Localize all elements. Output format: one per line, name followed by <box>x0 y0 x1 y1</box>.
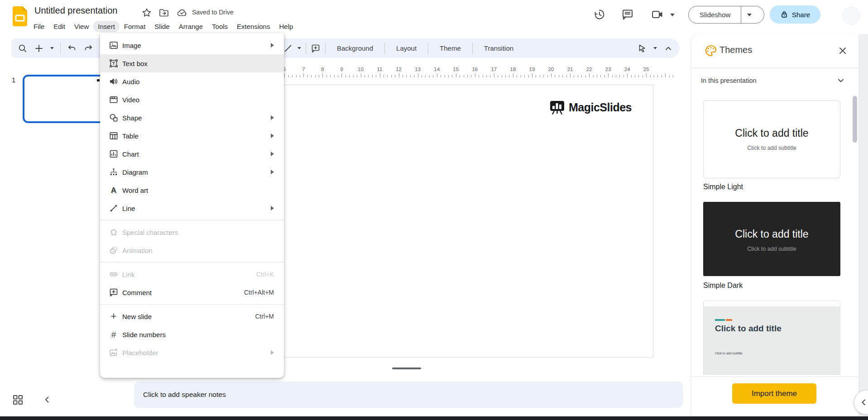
theme-card-top-strip <box>704 301 840 306</box>
menu-item-comment[interactable]: Comment Ctrl+Alt+M <box>100 283 284 301</box>
menu-item-new-slide[interactable]: + New slide Ctrl+M <box>100 307 284 325</box>
insert-menu: Image Text box Audio <box>100 33 284 378</box>
menu-item-table[interactable]: Table <box>100 127 284 145</box>
diagram-icon <box>109 167 119 177</box>
panel-gutter <box>858 34 868 416</box>
menu-divider <box>100 220 284 220</box>
menu-file[interactable]: File <box>29 21 49 32</box>
word-art-icon: A <box>109 185 119 195</box>
cloud-saved-icon <box>177 7 187 18</box>
share-button[interactable]: Share <box>770 5 820 24</box>
themes-panel-title: Themes <box>719 45 752 55</box>
omega-icon: Ω <box>109 227 119 237</box>
theme-button[interactable]: Theme <box>433 44 468 52</box>
theme-card-simple-light[interactable]: Click to add title Click to add subtitle <box>703 100 840 178</box>
menu-help[interactable]: Help <box>274 21 297 32</box>
version-history-icon[interactable] <box>593 8 606 21</box>
menu-item-audio[interactable]: Audio <box>100 72 284 91</box>
zoom-icon[interactable] <box>18 43 28 53</box>
menu-item-image[interactable]: Image <box>100 36 284 54</box>
shortcut-label: Ctrl+Alt+M <box>244 289 274 296</box>
move-folder-icon[interactable] <box>158 7 169 18</box>
slide-brand-logo[interactable]: MagicSlides <box>550 100 632 115</box>
menu-item-text-box[interactable]: Text box <box>100 54 284 72</box>
menu-extensions[interactable]: Extensions <box>232 21 274 32</box>
comments-icon[interactable] <box>621 8 634 21</box>
app-header: Untitled presentation Saved to Drive Fil… <box>0 0 868 33</box>
google-slides-logo[interactable] <box>12 5 28 27</box>
collapse-filmstrip-icon[interactable] <box>43 395 52 405</box>
theme-preview-subtitle: Click to add subtitle <box>703 246 840 252</box>
import-theme-button[interactable]: Import theme <box>732 383 816 404</box>
in-this-presentation-section[interactable]: In this presentation <box>701 73 849 88</box>
menu-item-chart[interactable]: Chart <box>100 145 284 163</box>
menu-item-slide-numbers[interactable]: # Slide numbers <box>100 325 284 344</box>
menu-divider <box>100 262 284 262</box>
close-icon[interactable] <box>838 46 848 56</box>
menu-view[interactable]: View <box>70 21 93 32</box>
star-icon[interactable] <box>141 7 152 18</box>
select-tool-caret-icon[interactable] <box>653 47 657 49</box>
menu-item-word-art[interactable]: A Word art <box>100 181 284 199</box>
hide-menus-icon[interactable] <box>663 43 673 53</box>
panel-scrollbar[interactable] <box>853 96 857 143</box>
submenu-arrow-icon <box>271 115 274 120</box>
menu-slide[interactable]: Slide <box>150 21 174 32</box>
menu-item-line[interactable]: Line <box>100 199 284 217</box>
menu-item-shape[interactable]: Shape <box>100 109 284 127</box>
notes-resize-handle[interactable] <box>392 368 421 369</box>
camera-caret-icon[interactable] <box>670 14 675 16</box>
add-comment-icon[interactable] <box>311 43 321 53</box>
submenu-arrow-icon <box>271 152 274 156</box>
image-icon <box>109 40 119 50</box>
window-bottom-bar <box>0 416 868 420</box>
new-slide-caret-icon[interactable] <box>50 47 54 49</box>
toolbar-divider <box>384 43 385 54</box>
new-slide-icon[interactable] <box>34 43 44 53</box>
speaker-notes[interactable]: Click to add speaker notes <box>134 382 683 408</box>
share-label: Share <box>792 11 810 19</box>
chart-icon <box>109 149 119 159</box>
themes-panel-header: Themes <box>691 34 858 68</box>
menu-divider <box>100 304 284 305</box>
toolbar-divider <box>60 43 61 54</box>
submenu-arrow-icon <box>271 350 274 355</box>
menu-format[interactable]: Format <box>120 21 150 32</box>
submenu-arrow-icon <box>271 43 274 48</box>
menu-insert[interactable]: Insert <box>93 21 120 32</box>
menu-item-video[interactable]: Video <box>100 91 284 109</box>
slideshow-label: Slideshow <box>689 11 742 19</box>
menu-item-diagram[interactable]: Diagram <box>100 163 284 181</box>
slideshow-button[interactable]: Slideshow <box>688 6 764 24</box>
menu-tools[interactable]: Tools <box>207 21 232 32</box>
background-button[interactable]: Background <box>330 44 380 52</box>
menu-edit[interactable]: Edit <box>49 21 70 32</box>
redo-icon[interactable] <box>83 43 93 53</box>
undo-icon[interactable] <box>67 43 77 53</box>
menu-arrange[interactable]: Arrange <box>174 21 207 32</box>
layout-button[interactable]: Layout <box>389 44 423 52</box>
placeholder-icon <box>109 348 119 358</box>
theme-card-third[interactable]: Click to add title Click to add subtitle <box>703 301 840 375</box>
select-tool-icon[interactable] <box>637 43 647 53</box>
theme-preview-title: Click to add title <box>703 228 840 240</box>
avatar[interactable] <box>842 7 860 25</box>
transition-button[interactable]: Transition <box>477 44 520 52</box>
save-status[interactable]: Saved to Drive <box>192 9 234 16</box>
theme-preview-subtitle: Click to add subtitle <box>715 352 743 355</box>
theme-card-simple-dark[interactable]: Click to add title Click to add subtitle <box>703 202 840 276</box>
line-tool-caret-icon[interactable] <box>297 47 301 49</box>
brand-mark-icon <box>550 100 565 115</box>
theme-accent-dashes <box>715 319 732 321</box>
document-title[interactable]: Untitled presentation <box>34 5 117 16</box>
slide-thumbnail[interactable]: MagicSlides <box>23 75 113 123</box>
camera-icon[interactable] <box>651 8 664 21</box>
line-tool-icon[interactable] <box>283 43 293 53</box>
chevron-down-icon[interactable] <box>836 76 845 85</box>
slideshow-caret-icon[interactable] <box>747 14 752 16</box>
filmstrip: 1 MagicSlides <box>0 59 100 382</box>
toolbar-divider <box>472 43 473 54</box>
brand-mark-icon <box>97 79 100 81</box>
animation-icon <box>109 245 119 255</box>
grid-view-icon[interactable] <box>12 394 24 406</box>
